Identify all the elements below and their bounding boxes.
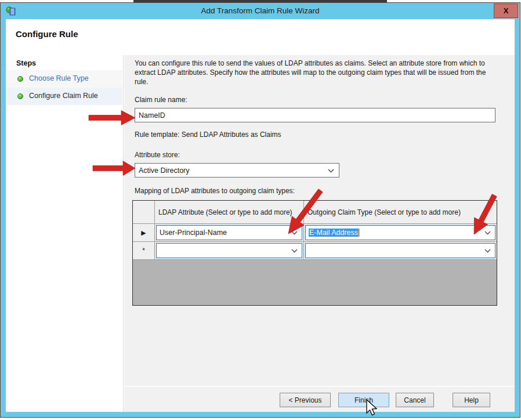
ldap-attribute-cell: User-Principal-Name bbox=[155, 224, 304, 241]
ldap-attribute-combobox[interactable]: User-Principal-Name bbox=[156, 225, 302, 240]
screenshot-canvas: Add Transform Claim Rule Wizard X Config… bbox=[0, 0, 521, 420]
page-title: Configure Rule bbox=[16, 29, 78, 39]
text-cursor bbox=[359, 229, 360, 237]
attribute-store-label: Attribute store: bbox=[135, 151, 180, 159]
rule-description-text: You can configure this rule to send the … bbox=[135, 59, 499, 86]
rule-template-text: Rule template: Send LDAP Attributes as C… bbox=[135, 131, 281, 139]
attribute-store-value: Active Directory bbox=[139, 166, 190, 175]
ldap-attribute-cell bbox=[155, 242, 304, 259]
ldap-attribute-value: User-Principal-Name bbox=[160, 229, 227, 237]
window-title: Add Transform Claim Rule Wizard bbox=[1, 6, 520, 15]
outgoing-claim-type-cell bbox=[304, 242, 497, 259]
step-complete-bullet-icon bbox=[17, 93, 23, 99]
button-bar-separator bbox=[124, 386, 515, 387]
grid-header-outgoing-claim-type: Outgoing Claim Type (Select or type to a… bbox=[304, 201, 497, 223]
help-button[interactable]: Help bbox=[453, 393, 490, 407]
step-complete-bullet-icon bbox=[17, 76, 23, 82]
steps-heading: Steps bbox=[16, 59, 36, 67]
dialog-body: Configure Rule Steps Choose Rule Type Co… bbox=[6, 19, 515, 412]
outgoing-claim-type-combobox[interactable]: E-Mail Address bbox=[305, 225, 495, 240]
ldap-attribute-combobox-empty[interactable] bbox=[156, 243, 302, 258]
finish-button[interactable]: Finish bbox=[338, 393, 389, 407]
wizard-content-pane: You can configure this rule to send the … bbox=[124, 55, 515, 412]
grid-header-ldap-attribute: LDAP Attribute (Select or type to add mo… bbox=[155, 201, 304, 223]
new-row-selector[interactable]: * bbox=[133, 242, 155, 259]
new-row-indicator-icon: * bbox=[142, 247, 145, 255]
claim-rule-name-input[interactable] bbox=[135, 108, 495, 122]
table-row-new: * bbox=[133, 242, 497, 260]
grid-header-row: LDAP Attribute (Select or type to add mo… bbox=[133, 201, 497, 224]
outgoing-claim-type-value-selected: E-Mail Address bbox=[309, 229, 359, 237]
step-label: Choose Rule Type bbox=[29, 74, 89, 82]
wizard-page-header: Configure Rule bbox=[6, 19, 515, 55]
wizard-dialog: Add Transform Claim Rule Wizard X Config… bbox=[0, 2, 520, 418]
mapping-grid: LDAP Attribute (Select or type to add mo… bbox=[132, 200, 497, 306]
sidebar-item-choose-rule-type[interactable]: Choose Rule Type bbox=[6, 70, 122, 88]
chevron-down-icon bbox=[484, 231, 491, 235]
step-label: Configure Claim Rule bbox=[29, 92, 98, 100]
outgoing-claim-type-combobox-empty[interactable] bbox=[305, 243, 495, 258]
chevron-down-icon bbox=[328, 169, 334, 173]
chevron-down-icon bbox=[291, 249, 298, 253]
current-row-indicator-icon: ▶ bbox=[141, 229, 146, 237]
grid-empty-area bbox=[133, 260, 497, 305]
cancel-button[interactable]: Cancel bbox=[396, 393, 434, 407]
previous-button[interactable]: < Previous bbox=[280, 393, 331, 407]
outgoing-claim-type-cell: E-Mail Address bbox=[304, 224, 497, 241]
titlebar: Add Transform Claim Rule Wizard X bbox=[1, 3, 520, 19]
attribute-store-dropdown[interactable]: Active Directory bbox=[135, 163, 339, 178]
sidebar-item-configure-claim-rule[interactable]: Configure Claim Rule bbox=[6, 88, 122, 105]
claim-rule-name-label: Claim rule name: bbox=[135, 96, 187, 104]
current-row-selector[interactable]: ▶ bbox=[133, 224, 155, 241]
chevron-down-icon bbox=[291, 231, 298, 235]
mapping-label: Mapping of LDAP attributes to outgoing c… bbox=[135, 187, 295, 195]
grid-corner-cell bbox=[133, 201, 155, 223]
chevron-down-icon bbox=[484, 249, 491, 253]
table-row: ▶ User-Principal-Name bbox=[133, 224, 497, 242]
close-button[interactable]: X bbox=[494, 3, 518, 18]
steps-sidebar: Steps Choose Rule Type Configure Claim R… bbox=[6, 55, 124, 412]
